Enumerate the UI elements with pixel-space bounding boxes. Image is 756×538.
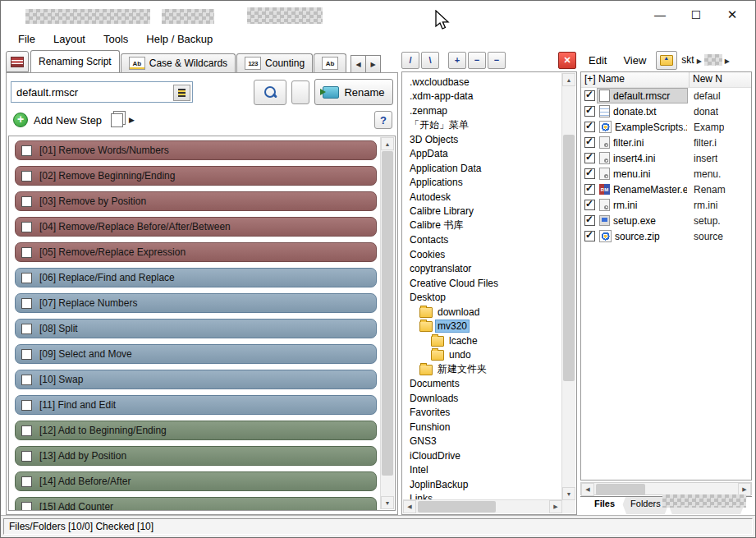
file-row[interactable]: setup.exesetup. xyxy=(581,213,751,228)
step-checkbox[interactable] xyxy=(21,375,32,385)
file-row[interactable]: default.rmscrdefaul xyxy=(581,88,751,103)
file-checkbox[interactable] xyxy=(584,231,595,241)
tree-item[interactable]: 新建文件夹 xyxy=(403,362,561,377)
step-row[interactable]: [04] Remove/Replace Before/After/Between xyxy=(15,217,377,237)
step-row[interactable]: [11] Find and Edit xyxy=(15,395,377,415)
menu-tools[interactable]: Tools xyxy=(94,30,137,48)
tree-item[interactable]: Cookies xyxy=(403,247,561,262)
tree-item[interactable]: lcache xyxy=(403,333,561,348)
script-name-input[interactable] xyxy=(11,81,193,103)
file-checkbox[interactable] xyxy=(584,168,595,179)
scroll-left-button[interactable] xyxy=(403,500,416,513)
tree-item[interactable]: GNS3 xyxy=(403,435,561,449)
tree-item[interactable]: 「开始」菜单 xyxy=(403,118,561,133)
tree-hscrollbar[interactable] xyxy=(403,499,562,513)
step-row[interactable]: [12] Add to Beginning/Ending xyxy=(15,421,377,440)
file-checkbox[interactable] xyxy=(584,90,595,101)
tree-item[interactable]: Contacts xyxy=(403,233,561,248)
tree-item[interactable]: Documents xyxy=(403,377,561,392)
scroll-right-button[interactable] xyxy=(549,500,562,513)
new-name-column-header[interactable]: New N xyxy=(690,72,751,87)
scroll-thumb[interactable] xyxy=(596,484,645,495)
help-button[interactable]: ? xyxy=(374,111,392,129)
step-checkbox[interactable] xyxy=(21,196,32,207)
tree-item[interactable]: Application Data xyxy=(403,161,561,176)
tree-vscrollbar[interactable] xyxy=(561,73,575,500)
tab-scroll-left-button[interactable] xyxy=(351,55,366,73)
file-row[interactable]: ExampleScripts.zipExamp xyxy=(581,119,751,135)
menu-layout[interactable]: Layout xyxy=(44,30,94,48)
file-row[interactable]: filter.inifilter.i xyxy=(581,135,751,150)
step-checkbox[interactable] xyxy=(21,298,32,309)
scroll-down-button[interactable] xyxy=(381,496,394,509)
minus2-button[interactable]: − xyxy=(488,52,506,69)
tree-item[interactable]: Applications xyxy=(403,176,561,191)
step-checkbox[interactable] xyxy=(21,324,32,334)
add-new-step-label[interactable]: Add New Step xyxy=(34,114,102,126)
tree-item[interactable]: Calibre 书库 xyxy=(403,218,561,233)
step-checkbox[interactable] xyxy=(21,171,32,182)
path-breadcrumb[interactable]: skt xyxy=(679,54,730,66)
tree-item[interactable]: Downloads xyxy=(403,391,561,406)
tree-item[interactable]: .zenmap xyxy=(403,103,561,118)
file-row[interactable]: source.zipsource xyxy=(581,228,751,244)
paste-steps-icon[interactable] xyxy=(111,113,123,127)
tab-files[interactable]: Files xyxy=(584,497,625,514)
steps-scrollbar[interactable] xyxy=(380,137,394,509)
close-tree-button[interactable]: ✕ xyxy=(558,52,576,69)
tree-item[interactable]: Autodesk xyxy=(403,190,561,205)
step-checkbox[interactable] xyxy=(21,451,32,462)
rename-button[interactable]: Rename xyxy=(314,79,393,105)
maximize-button[interactable]: ☐ xyxy=(678,2,714,27)
tree-item[interactable]: mv320 xyxy=(403,320,561,334)
file-checkbox[interactable] xyxy=(584,215,595,226)
file-row[interactable]: rm.inirm.ini xyxy=(581,197,751,213)
scroll-thumb[interactable] xyxy=(382,151,393,476)
step-row[interactable]: [14] Add Before/After xyxy=(15,471,377,491)
tree-item[interactable]: iCloudDrive xyxy=(403,448,561,463)
step-checkbox[interactable] xyxy=(21,476,32,487)
tree-item[interactable]: JoplinBackup xyxy=(403,477,561,492)
tree-item[interactable]: undo xyxy=(403,348,561,363)
files-menu-edit[interactable]: Edit xyxy=(580,53,615,68)
tree-item[interactable]: Favorites xyxy=(403,406,561,421)
step-row[interactable]: [15] Add Counter xyxy=(15,497,377,510)
step-checkbox[interactable] xyxy=(21,145,32,156)
file-checkbox[interactable] xyxy=(584,122,595,132)
step-checkbox[interactable] xyxy=(21,349,32,360)
close-button[interactable]: ✕ xyxy=(714,2,750,27)
tree-item[interactable]: Funshion xyxy=(403,420,561,435)
step-row[interactable]: [08] Split xyxy=(15,319,377,338)
step-row[interactable]: [02] Remove Beginning/Ending xyxy=(15,166,377,186)
files-menu-view[interactable]: View xyxy=(615,53,654,68)
tree-item[interactable]: Creative Cloud Files xyxy=(403,276,561,291)
scroll-thumb[interactable] xyxy=(418,501,496,513)
step-row[interactable]: [13] Add by Position xyxy=(15,446,377,466)
tab-renaming-script[interactable]: Renaming Script xyxy=(30,50,120,72)
step-row[interactable]: [03] Remove by Position xyxy=(15,191,377,211)
tree-item[interactable]: copytranslator xyxy=(403,262,561,277)
plus-button[interactable]: + xyxy=(448,52,466,69)
scroll-thumb[interactable] xyxy=(563,135,575,381)
file-row[interactable]: donate.txtdonat xyxy=(581,103,751,119)
tree-item[interactable]: .wxcloudbase xyxy=(403,75,561,90)
file-checkbox[interactable] xyxy=(584,106,595,117)
slash-button[interactable]: / xyxy=(401,52,419,69)
step-row[interactable]: [01] Remove Words/Numbers xyxy=(15,140,377,160)
step-checkbox[interactable] xyxy=(21,425,32,436)
file-row[interactable]: menu.inimenu. xyxy=(581,166,751,182)
scroll-down-button[interactable] xyxy=(562,487,575,500)
tree-item[interactable]: AppData xyxy=(403,147,561,162)
file-checkbox[interactable] xyxy=(584,200,595,210)
file-row[interactable]: insert4.iniinsert xyxy=(581,150,751,166)
step-checkbox[interactable] xyxy=(21,400,32,411)
file-checkbox[interactable] xyxy=(584,184,595,195)
minus-button[interactable]: − xyxy=(468,52,486,69)
minimize-button[interactable]: — xyxy=(642,2,678,27)
tab-scroll-right-button[interactable] xyxy=(366,55,381,73)
file-row[interactable]: RenameMaster.exeRenam xyxy=(581,182,751,197)
tree-item[interactable]: 3D Objects xyxy=(403,132,561,147)
scroll-up-button[interactable] xyxy=(562,73,575,86)
tree-item[interactable]: Desktop xyxy=(403,291,561,306)
files-hscrollbar[interactable] xyxy=(580,482,752,495)
